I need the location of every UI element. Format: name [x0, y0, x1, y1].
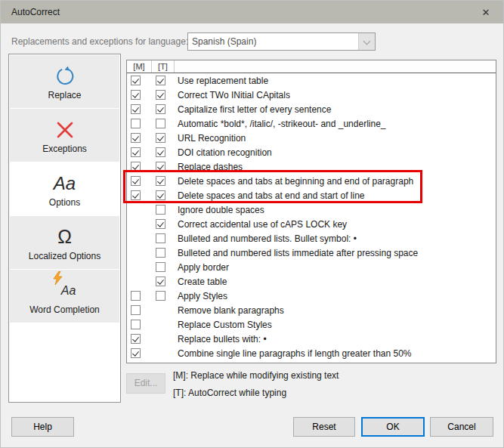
list-item: Bulleted and numbered lists. Bullet symb… [127, 231, 496, 246]
m-checkbox[interactable] [131, 133, 141, 143]
autocorrect-dialog: AutoCorrect ✕ Replacements and exception… [0, 0, 504, 448]
m-checkbox[interactable] [131, 334, 141, 344]
row-label: Replace dashes [178, 162, 243, 172]
list-item: URL Recognition [127, 131, 496, 145]
m-checkbox[interactable] [131, 320, 141, 329]
t-checkbox[interactable] [156, 147, 165, 157]
t-checkbox[interactable] [156, 291, 165, 301]
t-checkbox[interactable] [156, 219, 165, 229]
aa-letters-icon: Aa [54, 171, 76, 196]
language-label: Replacements and exceptions for language… [11, 36, 188, 47]
language-combobox[interactable]: Spanish (Spain) [187, 32, 376, 51]
sidebar-item-label: Options [49, 197, 80, 208]
t-checkbox[interactable] [156, 190, 165, 200]
m-checkbox[interactable] [131, 104, 141, 114]
t-checkbox[interactable] [156, 205, 165, 215]
legend-modify: [M]: Replace while modifying existing te… [173, 370, 339, 381]
lightning-aa-icon: Aa [54, 278, 76, 304]
row-label: URL Recognition [178, 133, 246, 144]
row-label: Correct accidental use of cAPS LOCK key [178, 219, 347, 230]
m-checkbox[interactable] [131, 348, 141, 358]
t-checkbox[interactable] [156, 90, 165, 100]
t-checkbox[interactable] [156, 104, 165, 114]
m-checkbox[interactable] [131, 90, 141, 100]
list-item: Delete spaces and tabs at end and start … [127, 188, 496, 202]
refresh-arrow-icon [54, 63, 76, 89]
row-label: Automatic *bold*, /italic/, -strikeout- … [178, 119, 385, 129]
list-item: Correct TWo INitial CApitals [127, 88, 496, 102]
row-label: Remove blank paragraphs [178, 305, 284, 316]
options-list-header: [M] [T] [127, 60, 496, 73]
m-checkbox[interactable] [131, 119, 141, 128]
sidebar-item-label: Localized Options [29, 251, 100, 261]
m-checkbox[interactable] [131, 176, 141, 186]
title-bar: AutoCorrect ✕ [1, 1, 503, 23]
list-item: Replace bullets with: • [127, 332, 496, 346]
m-checkbox[interactable] [131, 291, 141, 301]
row-label: Correct TWo INitial CApitals [178, 90, 290, 100]
options-list-body: Use replacement table Correct TWo INitia… [127, 73, 496, 360]
row-label: Capitalize first letter of every sentenc… [178, 104, 331, 115]
t-checkbox[interactable] [156, 76, 165, 85]
list-item: Apply Styles [127, 289, 496, 303]
sidebar-item-replace[interactable]: Replace [10, 55, 119, 108]
list-item: Create table [127, 274, 496, 289]
sidebar-item-localized-options[interactable]: Ω Localized Options [10, 216, 119, 269]
list-item: Correct accidental use of cAPS LOCK key [127, 217, 496, 231]
t-checkbox[interactable] [156, 133, 165, 143]
list-item: Capitalize first letter of every sentenc… [127, 102, 496, 116]
sidebar-item-options[interactable]: Aa Options [10, 162, 119, 215]
list-item: Automatic *bold*, /italic/, -strikeout- … [127, 116, 496, 131]
chevron-down-icon[interactable] [358, 33, 375, 50]
options-list: [M] [T] Use replacement table Correct TW… [126, 60, 496, 363]
window-title: AutoCorrect [11, 7, 60, 17]
t-checkbox[interactable] [156, 248, 165, 258]
list-item: Ignore double spaces [127, 202, 496, 217]
sidebar: Replace Exceptions Aa Options Ω Localize… [8, 54, 121, 403]
column-header-t: [T] [152, 60, 175, 73]
t-checkbox[interactable] [156, 162, 165, 171]
list-item: Bulleted and numbered lists immediate af… [127, 246, 496, 260]
list-item: Remove blank paragraphs [127, 303, 496, 317]
list-item: Replace dashes [127, 159, 496, 174]
legend-typing: [T]: AutoCorrect while typing [173, 388, 286, 398]
t-checkbox[interactable] [156, 233, 165, 243]
list-item: Delete spaces and tabs at beginning and … [127, 174, 496, 188]
column-header-m: [M] [127, 60, 152, 73]
t-checkbox[interactable] [156, 176, 165, 186]
m-checkbox[interactable] [131, 162, 141, 171]
help-button[interactable]: Help [11, 417, 74, 437]
ok-button[interactable]: OK [361, 417, 425, 437]
row-label: Replace bullets with: • [178, 334, 267, 344]
list-item: Replace Custom Styles [127, 317, 496, 332]
reset-button[interactable]: Reset [293, 417, 355, 437]
sidebar-item-word-completion[interactable]: Aa Word Completion [10, 270, 119, 323]
m-checkbox[interactable] [131, 76, 141, 85]
m-checkbox[interactable] [131, 147, 141, 157]
t-checkbox[interactable] [156, 277, 165, 286]
row-label: Delete spaces and tabs at beginning and … [178, 176, 413, 187]
t-checkbox[interactable] [156, 262, 165, 272]
m-checkbox[interactable] [131, 305, 141, 315]
list-item: Use replacement table [127, 73, 496, 88]
omega-icon: Ω [57, 224, 72, 250]
row-label: Ignore double spaces [178, 205, 264, 215]
row-label: Replace Custom Styles [178, 320, 272, 330]
row-label: Use replacement table [178, 76, 268, 86]
row-label: DOI citation recognition [178, 147, 272, 158]
cancel-button[interactable]: Cancel [430, 417, 493, 437]
sidebar-item-label: Exceptions [42, 144, 87, 154]
row-label: Combine single line paragraphs if length… [178, 348, 412, 359]
sidebar-item-exceptions[interactable]: Exceptions [10, 109, 119, 162]
row-label: Bulleted and numbered lists. Bullet symb… [178, 233, 357, 244]
close-icon[interactable]: ✕ [468, 1, 503, 23]
row-label: Delete spaces and tabs at end and start … [178, 190, 365, 201]
list-item: Apply border [127, 260, 496, 274]
row-label: Create table [178, 277, 227, 287]
language-combobox-value: Spanish (Spain) [188, 36, 358, 47]
sidebar-item-label: Replace [48, 90, 81, 100]
sidebar-item-label: Word Completion [29, 304, 99, 315]
m-checkbox[interactable] [131, 190, 141, 200]
t-checkbox[interactable] [156, 119, 165, 128]
edit-button[interactable]: Edit... [126, 373, 165, 394]
